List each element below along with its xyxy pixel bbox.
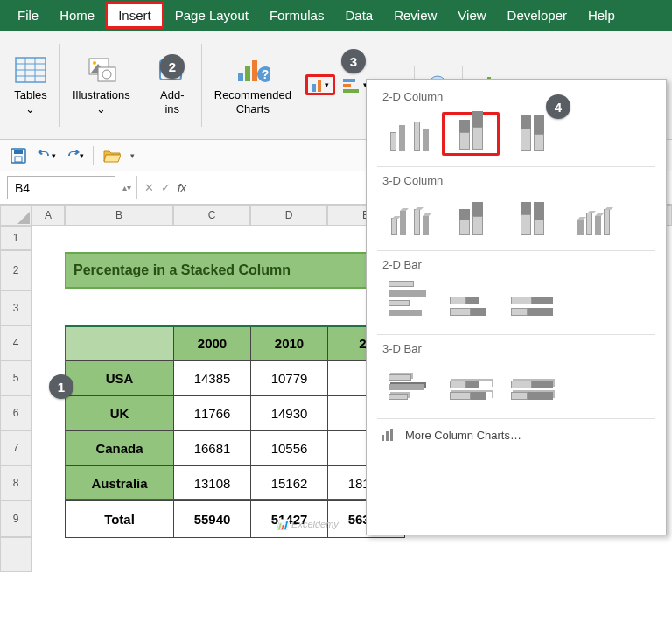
open-folder-icon[interactable] — [102, 146, 122, 165]
row-canada: Canada — [66, 431, 174, 466]
menu-home[interactable]: Home — [49, 4, 105, 26]
menu-developer[interactable]: Developer — [497, 4, 578, 26]
row-10[interactable] — [0, 537, 32, 572]
svg-point-8 — [93, 61, 96, 65]
chart-3d-clustered-bar[interactable] — [381, 364, 438, 408]
row-uk: UK — [66, 396, 174, 431]
svg-rect-9 — [98, 67, 116, 81]
menu-data[interactable]: Data — [334, 4, 383, 26]
row-total: Total — [66, 501, 174, 538]
aus-2010[interactable]: 15162 — [251, 466, 328, 501]
chart-stacked-column[interactable] — [442, 112, 500, 156]
ribbon-tables-label: Tables⌄ — [14, 88, 47, 115]
badge-3: 3 — [341, 49, 366, 73]
th-c1: 2000 — [174, 326, 251, 361]
tot-2000[interactable]: 55940 — [174, 501, 251, 538]
menu-file[interactable]: File — [7, 4, 49, 26]
uk-2010[interactable]: 14930 — [251, 396, 328, 431]
usa-2000[interactable]: 14385 — [174, 361, 251, 396]
menu-review[interactable]: Review — [383, 4, 447, 26]
chart-dropdown-panel: 2-D Column 3-D Column — [366, 79, 667, 535]
row-australia: Australia — [66, 466, 174, 501]
svg-rect-14 — [245, 66, 250, 81]
row-9[interactable]: 9 — [0, 500, 32, 537]
menu-page-layout[interactable]: Page Layout — [164, 4, 259, 26]
chart-3d-column[interactable] — [564, 196, 622, 240]
illustrations-icon — [85, 53, 118, 87]
svg-rect-34 — [14, 150, 23, 154]
uk-2000[interactable]: 11766 — [174, 396, 251, 431]
menu-help[interactable]: Help — [578, 4, 626, 26]
ribbon-rec-charts-label: Recommended Charts — [214, 88, 291, 115]
chart-clustered-column[interactable] — [381, 112, 438, 156]
row-5[interactable]: 5 — [0, 360, 32, 395]
svg-rect-21 — [343, 79, 355, 82]
chart-3d-stacked-column[interactable] — [442, 196, 500, 240]
row-usa: USA — [66, 361, 174, 396]
chevron-down-icon: ▾ — [325, 80, 329, 89]
svg-rect-19 — [318, 80, 321, 92]
table-title: Percentage in a Stacked Column — [65, 252, 401, 289]
ribbon-tables[interactable]: Tables⌄ — [7, 52, 54, 117]
svg-rect-35 — [15, 157, 22, 162]
th-c2: 2010 — [251, 326, 328, 361]
select-all[interactable] — [0, 205, 32, 226]
row-3[interactable]: 3 — [0, 290, 32, 325]
chart-3d-stacked-bar[interactable] — [442, 364, 500, 408]
more-charts-label: More Column Charts… — [405, 429, 522, 442]
col-A[interactable]: A — [32, 205, 65, 226]
chart-stacked-bar[interactable] — [442, 280, 500, 324]
fx-icon[interactable]: fx — [178, 181, 186, 194]
save-icon[interactable] — [9, 146, 28, 165]
chart-100pct-bar[interactable] — [503, 280, 561, 324]
ribbon-illustrations-label: Illustrations⌄ — [73, 88, 130, 115]
menu-insert[interactable]: Insert — [105, 2, 164, 29]
can-2000[interactable]: 16681 — [174, 431, 251, 466]
svg-rect-15 — [252, 60, 257, 81]
tables-icon — [14, 53, 47, 87]
more-column-charts[interactable]: More Column Charts… — [372, 421, 661, 449]
chart-3d-100pct-column[interactable] — [503, 196, 561, 240]
dd-2d-bar-header: 2-D Bar — [372, 253, 661, 278]
row-8[interactable]: 8 — [0, 465, 32, 500]
fx-confirm-icon[interactable]: ✓ — [161, 181, 171, 194]
fx-cancel-icon[interactable]: ✕ — [144, 181, 154, 194]
svg-rect-37 — [382, 435, 384, 441]
redo-icon[interactable]: ▾ — [65, 146, 84, 165]
svg-rect-22 — [343, 84, 351, 87]
ribbon-illustrations[interactable]: Illustrations⌄ — [66, 52, 137, 117]
dd-3d-column-header: 3-D Column — [372, 169, 661, 194]
badge-4: 4 — [546, 94, 570, 119]
table-corner — [66, 326, 174, 361]
row-7[interactable]: 7 — [0, 430, 32, 465]
ribbon-recommended-charts[interactable]: ? Recommended Charts — [207, 52, 298, 117]
row-6[interactable]: 6 — [0, 395, 32, 430]
svg-rect-18 — [312, 84, 316, 92]
can-2010[interactable]: 10556 — [251, 431, 328, 466]
col-B[interactable]: B — [65, 205, 173, 226]
svg-rect-39 — [390, 429, 393, 441]
svg-text:?: ? — [262, 67, 270, 81]
col-C[interactable]: C — [173, 205, 250, 226]
data-table: 2000 2010 20 USA 14385 10779 UK 11766 14… — [65, 325, 405, 538]
usa-2010[interactable]: 10779 — [251, 361, 328, 396]
dd-3d-bar-header: 3-D Bar — [372, 337, 661, 362]
name-box[interactable]: B4 — [7, 176, 116, 199]
menu-bar: File Home Insert Page Layout Formulas Da… — [0, 0, 672, 31]
aus-2000[interactable]: 13108 — [174, 466, 251, 501]
menu-formulas[interactable]: Formulas — [259, 4, 335, 26]
menu-view[interactable]: View — [447, 4, 496, 26]
row-2[interactable]: 2 — [0, 250, 32, 290]
insert-column-chart-button[interactable]: ▾ — [305, 74, 335, 95]
row-1[interactable]: 1 — [0, 226, 32, 250]
chart-3d-100pct-bar[interactable] — [503, 364, 561, 408]
col-D[interactable]: D — [250, 205, 327, 226]
chart-100pct-column[interactable] — [503, 112, 561, 156]
row-4[interactable]: 4 — [0, 325, 32, 360]
chart-clustered-bar[interactable] — [381, 280, 438, 324]
ribbon-addins-label: Add- ins — [160, 88, 184, 115]
dd-2d-column-header: 2-D Column — [372, 85, 661, 110]
undo-icon[interactable]: ▾ — [37, 146, 56, 165]
tot-2010[interactable]: 51427 — [251, 501, 328, 538]
chart-3d-clustered-column[interactable] — [381, 196, 438, 240]
